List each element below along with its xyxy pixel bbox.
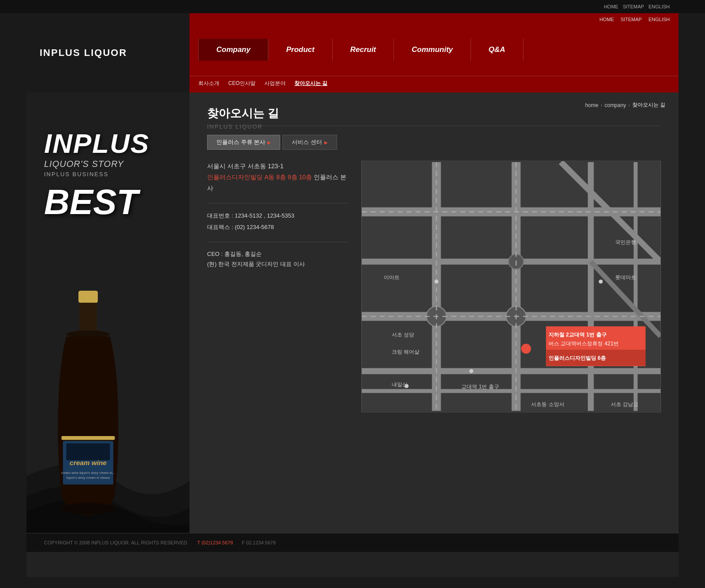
sub-link-business[interactable]: 사업분야 <box>264 80 286 87</box>
svg-text:서초 성당: 서초 성당 <box>392 332 414 338</box>
nav-item-company[interactable]: Company <box>198 39 268 61</box>
svg-rect-5 <box>67 444 110 461</box>
svg-text:liquor's story cream in classe: liquor's story cream in classe <box>67 476 110 480</box>
svg-point-41 <box>469 369 473 373</box>
svg-text:국민은행: 국민은행 <box>615 239 636 245</box>
brand-business: INPLUS BUSINESS <box>44 171 149 178</box>
right-content: home › company › 찾아오시는 길 찾아오시는 길 INPLUS … <box>189 92 679 533</box>
map-container: 국민은행 이마트 롯데마트 서초 성당 크링 헤어살 내일산 교대역 1번 출구… <box>361 161 661 412</box>
ceo-desc: (현) 한국 전지제품 굿디자인 대표 이사 <box>207 259 348 269</box>
svg-point-40 <box>404 384 408 388</box>
contact-block: 대표번호 : 1234-5132 , 1234-5353 대표팩스 : (02)… <box>207 203 348 233</box>
brand-best: BEST <box>44 182 149 222</box>
sub-tab-service[interactable]: 서비스 센터 ▶ <box>282 135 337 150</box>
svg-text:크링 헤어살: 크링 헤어살 <box>392 349 419 355</box>
contact-fax: 대표팩스 : (02) 1234-5678 <box>207 222 348 233</box>
footer-copyright: COPYRIGHT © 2008 INPLUS LIQUOR. ALL RIGH… <box>44 540 189 545</box>
map-svg: 국민은행 이마트 롯데마트 서초 성당 크링 헤어살 내일산 교대역 1번 출구… <box>362 161 660 412</box>
svg-point-42 <box>521 344 531 354</box>
bottle-container: cream wine cream wine liquor's story cre… <box>40 291 137 511</box>
breadcrumb-home[interactable]: home <box>585 102 598 108</box>
nav-top-links: HOME SITEMAP ENGLISH <box>189 13 679 24</box>
svg-text:교대역 1번 출구: 교대역 1번 출구 <box>461 384 499 390</box>
sub-tab-headquarters[interactable]: 인플러스 주류 본사 ▶ <box>207 135 280 150</box>
address-line2: 인플러스디자인빌딩 A동 8층 9층 10층 인플러스 본사 <box>207 172 348 194</box>
logo: INPLUS LIQUOR <box>40 47 127 59</box>
svg-text:지하철 2교대역 1번 출구: 지하철 2교대역 1번 출구 <box>549 332 607 338</box>
svg-rect-1 <box>79 303 97 332</box>
ceo-block: CEO : 홍길동, 홍길순 (현) 한국 전지제품 굿디자인 대표 이사 <box>207 242 348 270</box>
footer: COPYRIGHT © 2008 INPLUS LIQUOR. ALL RIGH… <box>26 533 679 552</box>
nav-area: HOME SITEMAP ENGLISH Company Product Rec… <box>189 13 679 92</box>
svg-text:인플러스디자인빌딩 6층: 인플러스디자인빌딩 6층 <box>549 355 606 361</box>
svg-point-38 <box>434 280 438 284</box>
bottle-svg: cream wine cream wine liquor's story cre… <box>40 291 137 523</box>
top-link-sitemap[interactable]: SITEMAP <box>623 4 644 9</box>
nav-sub: 회사소개 CEO인사말 사업분야 찾아오시는 길 <box>189 76 679 92</box>
svg-text:버스 교대역버스정류정 421번: 버스 교대역버스정류정 421번 <box>549 340 619 347</box>
brand-story: LIQUOR'S STORY <box>44 159 149 169</box>
contact-tel: 대표번호 : 1234-5132 , 1234-5353 <box>207 210 348 222</box>
svg-text:이마트: 이마트 <box>384 274 400 281</box>
sub-tabs: 인플러스 주류 본사 ▶ 서비스 센터 ▶ <box>207 135 661 150</box>
top-link-home[interactable]: HOME <box>604 4 618 9</box>
top-strip: HOME SITEMAP ENGLISH <box>0 0 705 13</box>
main-wrapper: INPLUS LIQUOR HOME SITEMAP ENGLISH Compa… <box>26 13 679 577</box>
nav-item-recruit[interactable]: Recruit <box>333 39 394 61</box>
info-section: 서울시 서초구 서초동 123-1 인플러스디자인빌딩 A동 8층 9층 10층… <box>207 161 661 412</box>
svg-text:서초동 소망서: 서초동 소망서 <box>531 401 564 407</box>
address-highlight: 인플러스디자인빌딩 A동 8층 9층 10층 <box>207 174 312 181</box>
svg-point-39 <box>599 280 603 284</box>
logo-area: INPLUS LIQUOR <box>26 13 189 92</box>
sub-tab-arrow-1: ▶ <box>267 140 271 145</box>
brand-text: INPLUS LIQUOR'S STORY INPLUS BUSINESS BE… <box>44 128 149 222</box>
nav-item-qa[interactable]: Q&A <box>471 39 523 61</box>
breadcrumb-sep2: › <box>628 102 630 108</box>
svg-rect-3 <box>62 436 115 440</box>
left-deco: INPLUS LIQUOR'S STORY INPLUS BUSINESS BE… <box>26 92 189 533</box>
top-nav-home[interactable]: HOME <box>599 17 614 22</box>
top-nav-english[interactable]: ENGLISH <box>649 17 670 22</box>
svg-text:cream wine: cream wine <box>70 459 107 466</box>
sub-tab-arrow-2: ▶ <box>324 140 328 145</box>
nav-item-product[interactable]: Product <box>268 39 332 61</box>
breadcrumb: home › company › 찾아오시는 길 <box>585 101 665 109</box>
svg-text:서초 강남교: 서초 강남교 <box>611 401 638 407</box>
breadcrumb-sep1: › <box>601 102 602 108</box>
breadcrumb-current: 찾아오시는 길 <box>632 101 665 109</box>
sub-link-ceo[interactable]: CEO인사말 <box>228 80 256 87</box>
info-text: 서울시 서초구 서초동 123-1 인플러스디자인빌딩 A동 8층 9층 10층… <box>207 161 348 412</box>
top-link-english[interactable]: ENGLISH <box>649 4 670 9</box>
address-line1: 서울시 서초구 서초동 123-1 <box>207 161 348 172</box>
header: INPLUS LIQUOR HOME SITEMAP ENGLISH Compa… <box>26 13 679 92</box>
page-subtitle: INPLUS LIQUOR <box>207 123 263 130</box>
nav-main: Company Product Recruit Community Q&A <box>189 24 679 76</box>
sub-link-directions[interactable]: 찾아오시는 길 <box>294 80 327 87</box>
breadcrumb-company[interactable]: company <box>605 102 626 108</box>
footer-fax: F 02.1234.5678 <box>242 540 276 545</box>
sub-link-company-intro[interactable]: 회사소개 <box>198 80 219 87</box>
content-area: INPLUS LIQUOR'S STORY INPLUS BUSINESS BE… <box>26 92 679 533</box>
top-nav-sitemap[interactable]: SITEMAP <box>620 17 642 22</box>
svg-text:롯데마트: 롯데마트 <box>615 274 636 281</box>
svg-rect-0 <box>78 291 98 303</box>
address-block: 서울시 서초구 서초동 123-1 인플러스디자인빌딩 A동 8층 9층 10층… <box>207 161 348 194</box>
nav-item-community[interactable]: Community <box>394 39 471 61</box>
footer-tel: T (02)1234.5678 <box>197 540 233 545</box>
svg-point-9 <box>62 503 115 514</box>
ceo-name: CEO : 홍길동, 홍길순 <box>207 249 348 259</box>
brand-inplus: INPLUS <box>44 128 149 159</box>
svg-text:cream wine liquor's story crea: cream wine liquor's story cream in... <box>61 471 115 475</box>
